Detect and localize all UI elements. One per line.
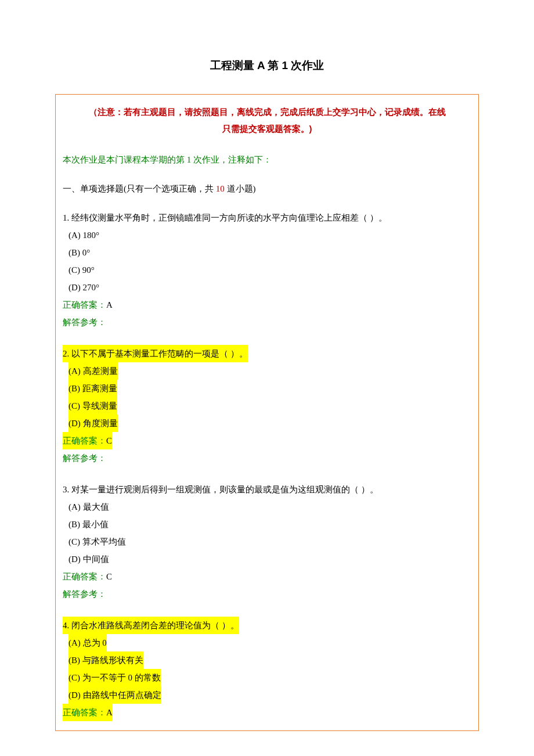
q3-option-a: (A) 最大值 bbox=[63, 498, 471, 516]
q4-stem: 4. 闭合水准路线高差闭合差的理论值为（ ）。 bbox=[63, 617, 471, 634]
q1-option-a: (A) 180° bbox=[63, 226, 471, 244]
q4-option-d: (D) 由路线中任两点确定 bbox=[63, 686, 471, 704]
notice: （注意：若有主观题目，请按照题目，离线完成，完成后纸质上交学习中心，记录成绩。在… bbox=[63, 104, 471, 137]
question-2: 2. 以下不属于基本测量工作范畴的一项是（ ）。 (A) 高差测量 (B) 距离… bbox=[63, 345, 471, 467]
q4-correct-answer: 正确答案：A bbox=[63, 704, 471, 721]
page: 工程测量 A 第 1 次作业 （注意：若有主观题目，请按照题目，离线完成，完成后… bbox=[0, 0, 534, 756]
page-title: 工程测量 A 第 1 次作业 bbox=[55, 58, 479, 73]
q4-option-c-text: (C) 为一不等于 0 的常数 bbox=[68, 669, 161, 686]
q4-option-a: (A) 总为 0 bbox=[63, 634, 471, 651]
q2-option-c: (C) 导线测量 bbox=[63, 397, 471, 415]
q2-stem-text: 2. 以下不属于基本测量工作范畴的一项是（ ）。 bbox=[63, 345, 248, 362]
q3-option-c: (C) 算术平均值 bbox=[63, 533, 471, 550]
q2-option-b: (B) 距离测量 bbox=[63, 380, 471, 397]
q2-answer-letter: C bbox=[106, 436, 112, 445]
section-suffix: 道小题) bbox=[225, 184, 256, 193]
question-1: 1. 经纬仪测量水平角时，正倒镜瞄准同一方向所读的水平方向值理论上应相差（ ）。… bbox=[63, 209, 471, 331]
q3-reference: 解答参考： bbox=[63, 585, 471, 603]
q1-reference: 解答参考： bbox=[63, 314, 471, 331]
q2-reference: 解答参考： bbox=[63, 449, 471, 467]
question-4: 4. 闭合水准路线高差闭合差的理论值为（ ）。 (A) 总为 0 (B) 与路线… bbox=[63, 617, 471, 721]
section-prefix: 一、单项选择题(只有一个选项正确，共 bbox=[63, 184, 216, 193]
q1-answer-letter: A bbox=[106, 300, 113, 309]
q2-stem: 2. 以下不属于基本测量工作范畴的一项是（ ）。 bbox=[63, 345, 471, 362]
q2-correct-wrap: 正确答案：C bbox=[63, 432, 112, 449]
q2-option-b-text: (B) 距离测量 bbox=[68, 380, 117, 397]
q2-option-c-text: (C) 导线测量 bbox=[68, 397, 117, 415]
q1-option-b: (B) 0° bbox=[63, 244, 471, 261]
correct-prefix: 正确答案： bbox=[63, 436, 106, 445]
content-frame: （注意：若有主观题目，请按照题目，离线完成，完成后纸质上交学习中心，记录成绩。在… bbox=[55, 94, 479, 731]
q4-stem-text: 4. 闭合水准路线高差闭合差的理论值为（ ）。 bbox=[63, 617, 239, 634]
q4-answer-letter: A bbox=[106, 708, 113, 717]
notice-line-2: 只需提交客观题答案。) bbox=[222, 124, 312, 134]
q1-correct-answer: 正确答案：A bbox=[63, 296, 471, 314]
q4-option-c: (C) 为一不等于 0 的常数 bbox=[63, 669, 471, 686]
question-3: 3. 对某一量进行观测后得到一组观测值，则该量的最或是值为这组观测值的（ ）。 … bbox=[63, 481, 471, 603]
q3-stem: 3. 对某一量进行观测后得到一组观测值，则该量的最或是值为这组观测值的（ ）。 bbox=[63, 481, 471, 498]
q4-option-a-text: (A) 总为 0 bbox=[68, 634, 107, 651]
q1-stem: 1. 经纬仪测量水平角时，正倒镜瞄准同一方向所读的水平方向值理论上应相差（ ）。 bbox=[63, 209, 471, 226]
intro-text: 本次作业是本门课程本学期的第 1 次作业，注释如下： bbox=[63, 151, 471, 168]
section-heading: 一、单项选择题(只有一个选项正确，共 10 道小题) bbox=[63, 180, 471, 197]
q3-option-b: (B) 最小值 bbox=[63, 516, 471, 533]
q2-option-d: (D) 角度测量 bbox=[63, 415, 471, 432]
q3-answer-letter: C bbox=[106, 572, 112, 581]
q3-option-d: (D) 中间值 bbox=[63, 550, 471, 568]
correct-prefix: 正确答案： bbox=[63, 708, 106, 717]
q1-option-c: (C) 90° bbox=[63, 261, 471, 279]
notice-line-1: （注意：若有主观题目，请按照题目，离线完成，完成后纸质上交学习中心，记录成绩。在… bbox=[89, 107, 446, 117]
q2-option-a-text: (A) 高差测量 bbox=[68, 362, 118, 380]
correct-prefix: 正确答案： bbox=[63, 572, 106, 581]
correct-prefix: 正确答案： bbox=[63, 300, 106, 309]
section-count: 10 bbox=[216, 184, 225, 193]
q4-option-b-text: (B) 与路线形状有关 bbox=[68, 651, 143, 669]
q4-correct-wrap: 正确答案：A bbox=[63, 704, 113, 721]
q3-correct-answer: 正确答案：C bbox=[63, 568, 471, 585]
q4-option-b: (B) 与路线形状有关 bbox=[63, 651, 471, 669]
q4-option-d-text: (D) 由路线中任两点确定 bbox=[68, 686, 161, 704]
q2-option-d-text: (D) 角度测量 bbox=[68, 415, 118, 432]
q1-option-d: (D) 270° bbox=[63, 279, 471, 296]
q2-correct-answer: 正确答案：C bbox=[63, 432, 471, 449]
q2-option-a: (A) 高差测量 bbox=[63, 362, 471, 380]
